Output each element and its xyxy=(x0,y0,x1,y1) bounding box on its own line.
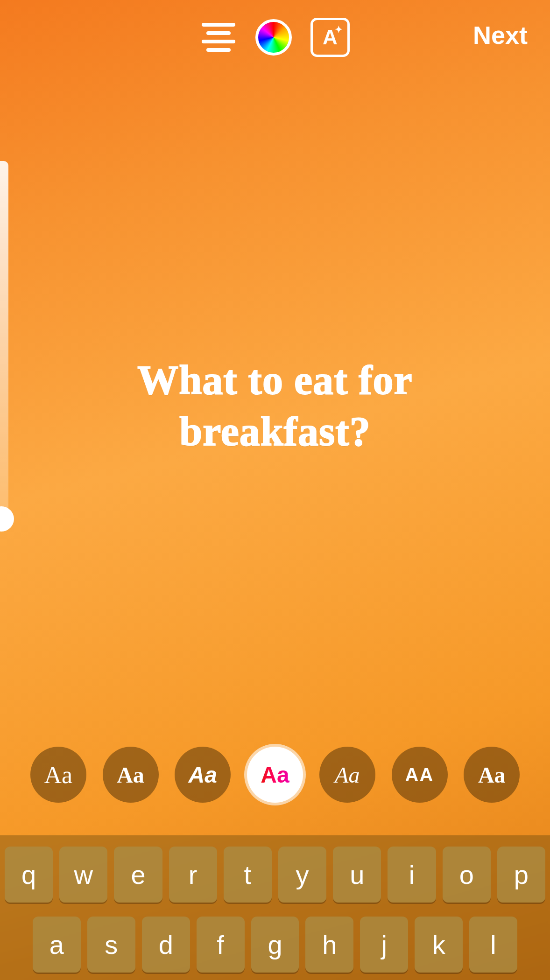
key-w[interactable]: w xyxy=(59,847,107,903)
key-a[interactable]: a xyxy=(33,917,81,973)
font-option-italic-serif[interactable]: Aa xyxy=(319,747,375,803)
font-picker-row: Aa Aa Aa Aa Aa AA Aa xyxy=(0,747,550,803)
text-align-button[interactable] xyxy=(200,23,237,52)
font-size-slider-thumb[interactable] xyxy=(0,506,14,532)
font-option-script[interactable]: Aa xyxy=(30,747,86,803)
key-t[interactable]: t xyxy=(224,847,272,903)
key-d[interactable]: d xyxy=(142,917,190,973)
next-button[interactable]: Next xyxy=(473,21,528,49)
color-picker-button[interactable] xyxy=(255,19,292,56)
keyboard: q w e r t y u i o p a s d f g h j k l z xyxy=(0,835,550,980)
keyboard-row-1: q w e r t y u i o p xyxy=(5,847,545,903)
font-option-serif-bold[interactable]: Aa xyxy=(103,747,159,803)
font-option-italic-bold[interactable]: Aa xyxy=(175,747,231,803)
font-option-gradient-selected[interactable]: Aa xyxy=(247,747,303,803)
key-r[interactable]: r xyxy=(169,847,217,903)
key-e[interactable]: e xyxy=(114,847,162,903)
keyboard-row-2: a s d f g h j k l xyxy=(5,917,545,973)
font-option-label: Aa xyxy=(261,762,289,788)
top-toolbar: A ✦ Next xyxy=(0,0,550,75)
key-q[interactable]: q xyxy=(5,847,53,903)
key-k[interactable]: k xyxy=(415,917,463,973)
text-effect-button[interactable]: A ✦ xyxy=(310,18,350,57)
key-p[interactable]: p xyxy=(497,847,545,903)
story-text-editor-screen: A ✦ Next What to eat for breakfast? Aa A… xyxy=(0,0,550,980)
story-text-input[interactable]: What to eat for breakfast? xyxy=(0,355,550,457)
key-l[interactable]: l xyxy=(469,917,517,973)
key-j[interactable]: j xyxy=(360,917,408,973)
key-y[interactable]: y xyxy=(278,847,326,903)
font-size-slider-track[interactable] xyxy=(0,161,8,530)
key-h[interactable]: h xyxy=(305,917,353,973)
key-i[interactable]: i xyxy=(388,847,436,903)
font-option-serif[interactable]: Aa xyxy=(464,747,520,803)
sparkle-icon: ✦ xyxy=(335,24,343,35)
key-o[interactable]: o xyxy=(443,847,491,903)
key-u[interactable]: u xyxy=(333,847,381,903)
font-option-caps[interactable]: AA xyxy=(392,747,448,803)
key-g[interactable]: g xyxy=(251,917,299,973)
key-s[interactable]: s xyxy=(87,917,135,973)
key-f[interactable]: f xyxy=(197,917,245,973)
